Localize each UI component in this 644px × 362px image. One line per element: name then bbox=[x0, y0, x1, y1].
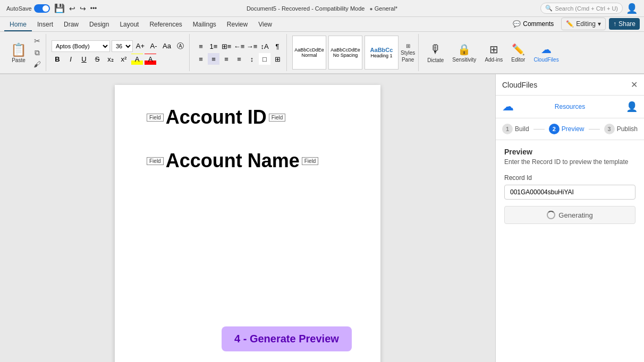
step-divider-1 bbox=[533, 129, 545, 130]
document-area: Field Account ID Field Field Account Nam… bbox=[0, 74, 495, 362]
sort-button[interactable]: ↕A bbox=[259, 40, 270, 52]
save-icon[interactable]: 💾 bbox=[54, 3, 65, 13]
paste-button[interactable]: 📋 Paste bbox=[7, 40, 30, 65]
clipboard-col: ✂ ⧉ 🖌 bbox=[32, 36, 43, 70]
autosave-thumb bbox=[43, 5, 49, 12]
tab-layout[interactable]: Layout bbox=[114, 19, 144, 31]
resources-link[interactable]: Resources bbox=[555, 103, 585, 110]
editor-icon: ✏️ bbox=[512, 43, 525, 56]
change-case-button[interactable]: Aa bbox=[161, 40, 173, 52]
step-divider-2 bbox=[589, 129, 600, 130]
tab-home[interactable]: Home bbox=[4, 19, 32, 31]
bullets-button[interactable]: ≡ bbox=[195, 40, 207, 52]
search-bar[interactable]: 🔍 Search (Cmd + Ctrl + U) bbox=[540, 3, 623, 14]
status-dot: ● bbox=[370, 6, 373, 12]
styles-pane-icon: ⊞ bbox=[406, 43, 410, 49]
spinner-icon bbox=[547, 211, 555, 219]
highlight-button[interactable]: A bbox=[131, 54, 143, 65]
font-color-button[interactable]: A bbox=[145, 54, 156, 65]
panel-header: CloudFiles ✕ bbox=[496, 74, 644, 96]
format-painter-button[interactable]: 🖌 bbox=[32, 59, 43, 70]
account-name-prefix-badge: Field bbox=[147, 157, 164, 165]
document-page: Field Account ID Field Field Account Nam… bbox=[115, 85, 380, 362]
cloudfiles-toolbar-button[interactable]: ☁ CloudFiles bbox=[530, 41, 562, 65]
strikethrough-button[interactable]: S bbox=[91, 54, 103, 65]
sensitivity-button[interactable]: 🔒 Sensitivity bbox=[449, 41, 479, 65]
step-publish[interactable]: 3 Publish bbox=[604, 124, 638, 134]
font-name-select[interactable]: Aptos (Body) bbox=[52, 40, 110, 52]
step-build-label: Build bbox=[515, 125, 529, 133]
account-id-prefix-badge: Field bbox=[147, 114, 164, 122]
style-no-spacing[interactable]: AaBbCcDdEe No Spacing bbox=[328, 36, 362, 70]
align-right-button[interactable]: ≡ bbox=[221, 53, 232, 65]
cloudfiles-logo-icon: ☁ bbox=[502, 100, 514, 114]
increase-font-button[interactable]: A+ bbox=[134, 40, 146, 52]
multilevel-button[interactable]: ⊞≡ bbox=[221, 40, 232, 52]
copy-button[interactable]: ⧉ bbox=[32, 47, 43, 58]
addins-button[interactable]: ⊞ Add-ins bbox=[481, 41, 506, 65]
step-preview-circle: 2 bbox=[549, 124, 560, 134]
editing-pencil-icon: ✏️ bbox=[566, 20, 574, 28]
profile-icon[interactable]: 👤 bbox=[626, 3, 638, 14]
panel-subheader: ☁ Resources 👤 bbox=[496, 96, 644, 118]
title-bar-left: AutoSave 💾 ↩ ↪ ••• bbox=[6, 3, 97, 13]
comments-button[interactable]: 💬 Comments bbox=[509, 18, 558, 30]
autosave-toggle[interactable]: AutoSave bbox=[6, 4, 50, 13]
dictate-button[interactable]: 🎙 Dictate bbox=[424, 40, 447, 65]
ribbon-tabs: Home Insert Draw Design Layout Reference… bbox=[0, 17, 644, 32]
increase-indent-button[interactable]: →≡ bbox=[246, 40, 258, 52]
undo-icon[interactable]: ↩ bbox=[69, 4, 75, 13]
decrease-indent-button[interactable]: ←≡ bbox=[233, 40, 245, 52]
tab-references[interactable]: References bbox=[144, 19, 187, 31]
tab-design[interactable]: Design bbox=[84, 19, 114, 31]
tab-review[interactable]: Review bbox=[222, 19, 253, 31]
tab-mailings[interactable]: Mailings bbox=[188, 19, 222, 31]
step-preview[interactable]: 2 Preview bbox=[549, 124, 584, 134]
step-build[interactable]: 1 Build bbox=[502, 124, 529, 134]
editing-button[interactable]: ✏️ Editing ▾ bbox=[561, 18, 606, 30]
style-normal[interactable]: AaBbCcDdEe Normal bbox=[292, 36, 326, 70]
panel-person-icon[interactable]: 👤 bbox=[626, 101, 638, 113]
generating-button[interactable]: Generating bbox=[504, 206, 635, 224]
account-id-suffix-badge: Field bbox=[269, 114, 286, 122]
cut-button[interactable]: ✂ bbox=[32, 36, 43, 46]
justify-button[interactable]: ≡ bbox=[233, 53, 245, 65]
font-format-row: B I U S x₂ x² A A bbox=[52, 54, 186, 65]
addins-icon: ⊞ bbox=[489, 43, 498, 56]
line-spacing-button[interactable]: ↕ bbox=[246, 53, 258, 65]
underline-button[interactable]: U bbox=[78, 54, 90, 65]
superscript-button[interactable]: x² bbox=[118, 54, 130, 65]
style-heading-1[interactable]: AaBbCc Heading 1 bbox=[365, 36, 399, 70]
shading-button[interactable]: □ bbox=[259, 53, 270, 65]
record-id-input[interactable] bbox=[504, 185, 635, 200]
more-icon[interactable]: ••• bbox=[90, 5, 97, 12]
decrease-font-button[interactable]: A- bbox=[148, 40, 159, 52]
align-left-button[interactable]: ≡ bbox=[195, 53, 207, 65]
clear-format-button[interactable]: Ⓐ bbox=[174, 40, 186, 52]
bold-button[interactable]: B bbox=[52, 54, 63, 65]
step-preview-label: Preview bbox=[562, 125, 584, 133]
microphone-icon: 🎙 bbox=[430, 42, 442, 56]
step-publish-label: Publish bbox=[617, 125, 638, 133]
cloudfiles-toolbar-icon: ☁ bbox=[541, 43, 552, 56]
styles-pane-button[interactable]: ⊞ Styles Pane bbox=[401, 43, 415, 63]
tab-draw[interactable]: Draw bbox=[58, 19, 84, 31]
step-publish-circle: 3 bbox=[604, 124, 615, 134]
tab-insert[interactable]: Insert bbox=[32, 19, 58, 31]
show-marks-button[interactable]: ¶ bbox=[272, 40, 283, 52]
align-center-button[interactable]: ≡ bbox=[208, 53, 219, 65]
sensitivity-icon: 🔒 bbox=[457, 43, 471, 56]
tab-view[interactable]: View bbox=[253, 19, 277, 31]
redo-icon[interactable]: ↪ bbox=[80, 4, 86, 13]
panel-close-button[interactable]: ✕ bbox=[631, 80, 638, 90]
share-button[interactable]: ↑ Share bbox=[609, 18, 640, 30]
numbering-button[interactable]: 1≡ bbox=[208, 40, 219, 52]
italic-button[interactable]: I bbox=[65, 54, 77, 65]
share-icon: ↑ bbox=[613, 20, 616, 28]
subscript-button[interactable]: x₂ bbox=[105, 54, 116, 65]
borders-button[interactable]: ⊞ bbox=[272, 53, 283, 65]
editor-button[interactable]: ✏️ Editor bbox=[508, 41, 528, 65]
autosave-track[interactable] bbox=[34, 4, 50, 13]
status-label: General* bbox=[375, 5, 397, 12]
font-size-select[interactable]: 36 bbox=[112, 40, 133, 52]
